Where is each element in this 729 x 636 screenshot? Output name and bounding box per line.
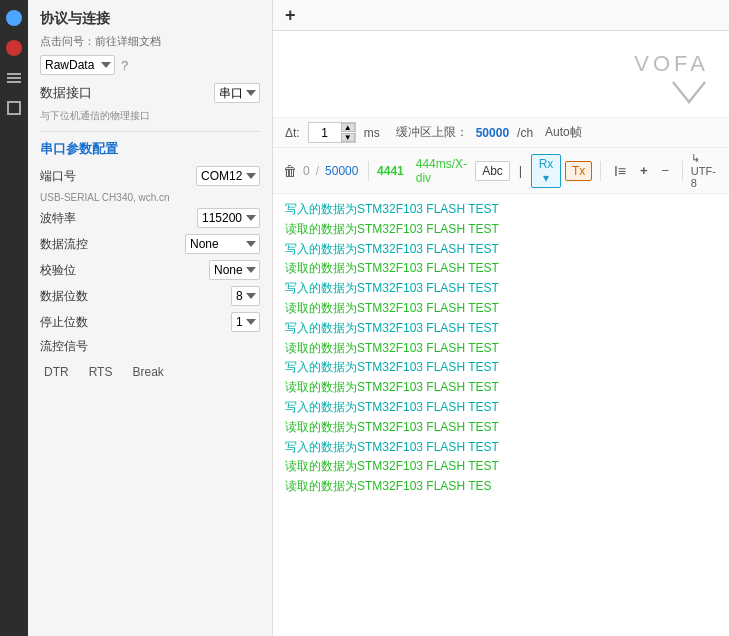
terminal-line: 读取的数据为STM32F103 FLASH TEST: [285, 299, 717, 319]
terminal-line: 读取的数据为STM32F103 FLASH TEST: [285, 378, 717, 398]
delta-t-down[interactable]: ▼: [341, 133, 355, 142]
terminal-line: 读取的数据为STM32F103 FLASH TEST: [285, 418, 717, 438]
add-tab-button[interactable]: +: [285, 6, 296, 24]
vofa-text: VOFA: [634, 51, 709, 77]
section-divider-1: [40, 131, 260, 132]
plus-button[interactable]: +: [635, 161, 653, 180]
dtr-button[interactable]: DTR: [40, 363, 73, 381]
port-select[interactable]: COM12 COM1 COM3: [196, 166, 260, 186]
per-ch-label: /ch: [517, 126, 533, 140]
data-interface-label: 数据接口: [40, 84, 95, 102]
vofa-logo-area: VOFA: [273, 31, 729, 117]
rate-display: 444ms/X-div: [416, 157, 467, 185]
terminal-line: 写入的数据为STM32F103 FLASH TEST: [285, 319, 717, 339]
terminal-line: 读取的数据为STM32F103 FLASH TEST: [285, 457, 717, 477]
toolbar-row: 🗑 0 / 50000 4441 444ms/X-div Abc | Rx ▾ …: [273, 148, 729, 194]
doc-link[interactable]: 点击问号：前往详细文档: [40, 34, 260, 49]
pipe-button[interactable]: |: [514, 161, 527, 180]
parity-row: 校验位 None Even Odd: [40, 260, 260, 280]
data-bits-label: 数据位数: [40, 288, 100, 305]
toolbar-divider-3: [682, 161, 683, 181]
flow-label: 数据流控: [40, 236, 100, 253]
terminal-line: 写入的数据为STM32F103 FLASH TEST: [285, 279, 717, 299]
ms-label: ms: [364, 126, 380, 140]
rx-button[interactable]: Rx ▾: [531, 154, 561, 188]
terminal-line: 读取的数据为STM32F103 FLASH TEST: [285, 339, 717, 359]
terminal-line: 读取的数据为STM32F103 FLASH TEST: [285, 220, 717, 240]
toolbar-divider-2: [600, 161, 601, 181]
current-pos: 0: [303, 164, 310, 178]
minus-button[interactable]: −: [657, 161, 675, 180]
buffer-value: 50000: [476, 126, 509, 140]
flow-select[interactable]: None Hardware Software: [185, 234, 260, 254]
delta-t-up[interactable]: ▲: [341, 123, 355, 132]
help-icon[interactable]: ?: [121, 58, 128, 73]
tx-button[interactable]: Tx: [565, 161, 592, 181]
stop-bits-row: 停止位数 1 2: [40, 312, 260, 332]
clear-button[interactable]: 🗑: [283, 163, 297, 179]
terminal-line: 读取的数据为STM32F103 FLASH TEST: [285, 259, 717, 279]
baud-label: 波特率: [40, 210, 100, 227]
port-row: 端口号 COM12 COM1 COM3: [40, 166, 260, 186]
interface-select[interactable]: 串口 网络 蓝牙: [214, 83, 260, 103]
main-content: + VOFA Δt: 1 ▲ ▼ ms 缓冲区上限： 50000 /ch Aut…: [273, 0, 729, 636]
terminal-output[interactable]: 写入的数据为STM32F103 FLASH TEST读取的数据为STM32F10…: [273, 194, 729, 636]
flow-signals-label: 流控信号: [40, 338, 260, 355]
stats-bar: Δt: 1 ▲ ▼ ms 缓冲区上限： 50000 /ch Auto帧: [273, 117, 729, 148]
data-interface-row: 数据接口 串口 网络 蓝牙: [40, 83, 260, 103]
vofa-logo: VOFA: [634, 51, 709, 107]
sidebar-icons-panel: [0, 0, 28, 636]
terminal-line: 写入的数据为STM32F103 FLASH TEST: [285, 358, 717, 378]
icon-square-widget[interactable]: [4, 98, 24, 118]
data-engine-row: RawData JustFloat FireWater ?: [40, 55, 260, 75]
data-bits-select[interactable]: 8 7: [231, 286, 260, 306]
break-button[interactable]: Break: [128, 363, 167, 381]
buffer-label: 缓冲区上限：: [396, 124, 468, 141]
vofa-chevron-icon: [669, 77, 709, 107]
delta-t-label: Δt:: [285, 126, 300, 140]
align-button[interactable]: I≡: [609, 161, 631, 181]
rts-button[interactable]: RTS: [85, 363, 117, 381]
abc-button[interactable]: Abc: [475, 161, 510, 181]
toolbar-divider-1: [368, 161, 369, 181]
terminal-line: 写入的数据为STM32F103 FLASH TEST: [285, 200, 717, 220]
left-panel: 协议与连接 点击问号：前往详细文档 RawData JustFloat Fire…: [28, 0, 273, 636]
delta-t-input[interactable]: 1: [309, 125, 341, 141]
terminal-line: 写入的数据为STM32F103 FLASH TEST: [285, 240, 717, 260]
flow-ctrl-row: 数据流控 None Hardware Software: [40, 234, 260, 254]
flow-buttons-row: DTR RTS Break: [40, 359, 260, 385]
parity-select[interactable]: None Even Odd: [209, 260, 260, 280]
port-label: 端口号: [40, 168, 100, 185]
utf8-label: ↳ UTF-8: [691, 152, 719, 189]
terminal-line: 写入的数据为STM32F103 FLASH TEST: [285, 398, 717, 418]
icon-hamburger[interactable]: [4, 68, 24, 88]
baud-select[interactable]: 115200 9600 38400 57600: [197, 208, 260, 228]
stop-bits-select[interactable]: 1 2: [231, 312, 260, 332]
terminal-line: 读取的数据为STM32F103 FLASH TES: [285, 477, 717, 497]
interface-note: 与下位机通信的物理接口: [40, 109, 260, 123]
baud-row: 波特率 115200 9600 38400 57600: [40, 208, 260, 228]
max-pos: 50000: [325, 164, 358, 178]
auto-label: Auto帧: [545, 124, 582, 141]
rawdata-select[interactable]: RawData JustFloat FireWater: [40, 55, 115, 75]
terminal-line: 写入的数据为STM32F103 FLASH TEST: [285, 438, 717, 458]
flow-signals-section: 流控信号 DTR RTS Break: [40, 338, 260, 385]
icon-circle-blue[interactable]: [4, 8, 24, 28]
top-bar: +: [273, 0, 729, 31]
toolbar-slash: /: [316, 164, 319, 178]
parity-label: 校验位: [40, 262, 100, 279]
data-bits-row: 数据位数 8 7: [40, 286, 260, 306]
port-note: USB-SERIAL CH340, wch.cn: [40, 192, 260, 203]
protocol-section-title: 协议与连接: [40, 10, 260, 28]
serial-config-title: 串口参数配置: [40, 140, 260, 158]
stop-bits-label: 停止位数: [40, 314, 100, 331]
icon-circle-red[interactable]: [4, 38, 24, 58]
line-count: 4441: [377, 164, 404, 178]
